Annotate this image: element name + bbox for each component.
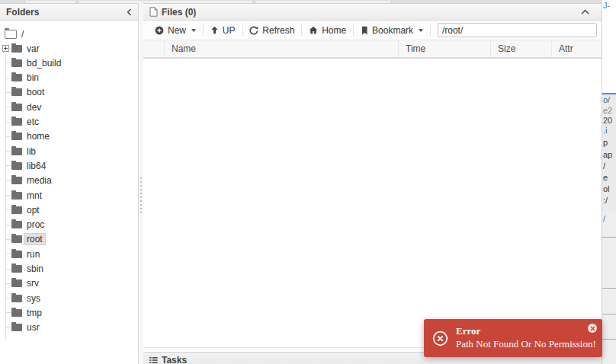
sidebar-item-bin[interactable]: bin (0, 71, 39, 85)
sidebar-item-tmp[interactable]: tmp (0, 305, 42, 320)
file-icon (149, 7, 158, 17)
tree-connector (5, 209, 11, 210)
column-header-attr[interactable]: Attr (551, 40, 602, 57)
clipped-text-fragment: J- (603, 1, 610, 10)
files-toolbar: New UP Refresh (143, 21, 602, 40)
plus-circle-icon (155, 26, 164, 35)
tree-connector (5, 254, 11, 254)
folder-label: bd_build (27, 58, 61, 69)
files-list-empty-area[interactable] (143, 59, 602, 348)
clipped-text-fragment: 20 (603, 116, 612, 125)
home-button-label: Home (322, 25, 346, 36)
folder-icon (11, 133, 22, 140)
chevron-left-icon (127, 8, 132, 16)
tree-connector (5, 62, 11, 63)
sidebar-item-opt[interactable]: opt (0, 203, 40, 217)
folder-label: lib (27, 146, 36, 157)
folder-label: home (27, 131, 50, 142)
refresh-button-label: Refresh (262, 25, 294, 36)
folder-icon (11, 295, 22, 302)
toast-title: Error (456, 325, 480, 337)
new-button[interactable]: New (148, 23, 203, 38)
tree-root-label: / (21, 29, 24, 40)
sidebar-item-root-slash[interactable]: / (0, 27, 24, 41)
files-table-header: NameTimeSizeAttr (143, 40, 602, 59)
arrow-up-icon (210, 26, 219, 34)
column-header-time[interactable]: Time (398, 40, 490, 57)
error-toast: Error Path Not Found Or No Permission! (424, 319, 602, 357)
folder-icon (11, 45, 22, 53)
folder-label: boot (27, 87, 44, 97)
tree-connector (5, 239, 11, 240)
folders-panel-header: Folders (0, 3, 138, 21)
sidebar-item-mnt[interactable]: mnt (0, 188, 42, 203)
clipped-text-fragment: :/ (603, 196, 608, 205)
folder-icon (11, 177, 22, 184)
sidebar-item-root[interactable]: root (0, 232, 45, 247)
folder-label: run (27, 249, 40, 260)
clipped-text-fragment: / (603, 161, 605, 171)
bookmark-button-label: Bookmark (372, 25, 413, 36)
column-header-name[interactable]: Name (164, 40, 398, 57)
sidebar-item-sbin[interactable]: sbin (0, 262, 43, 276)
tree-connector (5, 283, 11, 284)
files-title: Files (0) (162, 7, 196, 18)
sidebar-item-lib64[interactable]: lib64 (0, 158, 46, 173)
clipped-text-fragment: o/ (603, 95, 610, 104)
tree-connector (5, 151, 11, 152)
toast-close-button[interactable] (588, 324, 597, 333)
folder-icon (11, 74, 22, 81)
files-panel-header: Files (0) (143, 3, 602, 21)
sidebar-item-run[interactable]: run (0, 247, 40, 261)
sidebar-item-srv[interactable]: srv (0, 276, 39, 291)
chevron-up-icon (581, 9, 589, 14)
folder-label: srv (27, 278, 39, 289)
folder-label: root (24, 234, 45, 244)
folder-label: mnt (27, 190, 42, 201)
sidebar-item-var[interactable]: var (0, 41, 40, 56)
folder-icon (11, 162, 22, 170)
sidebar-item-proc[interactable]: proc (0, 218, 44, 232)
up-button[interactable]: UP (204, 23, 242, 38)
new-button-label: New (168, 25, 186, 36)
collapse-files-panel-button[interactable] (581, 9, 589, 14)
folder-icon (11, 235, 22, 243)
error-circle-x-icon (432, 330, 448, 346)
up-button-label: UP (223, 25, 236, 36)
tree-connector (5, 136, 11, 137)
folder-label: sys (27, 293, 40, 304)
sidebar-item-lib[interactable]: lib (0, 144, 36, 158)
tree-connector (5, 78, 11, 78)
tree-connector (5, 298, 11, 299)
collapse-sidebar-button[interactable] (127, 8, 132, 16)
sidebar-item-sys[interactable]: sys (0, 291, 40, 305)
expand-plus-icon[interactable] (2, 45, 9, 52)
folder-label: etc (27, 117, 39, 127)
home-button[interactable]: Home (302, 23, 353, 38)
refresh-icon (249, 26, 258, 35)
path-input[interactable] (438, 23, 597, 37)
clipped-text-fragment: e (603, 173, 608, 182)
sidebar-item-home[interactable]: home (0, 129, 50, 144)
sidebar-item-usr[interactable]: usr (0, 321, 40, 335)
folder-icon (11, 118, 22, 126)
close-icon (590, 326, 595, 331)
sidebar-item-dev[interactable]: dev (0, 100, 41, 114)
column-header-select[interactable] (143, 40, 164, 57)
tree-connector (5, 92, 11, 93)
folder-label: bin (27, 72, 39, 83)
tree-connector (5, 122, 11, 123)
folder-icon (11, 88, 22, 96)
folder-icon (11, 104, 22, 111)
refresh-button[interactable]: Refresh (242, 23, 301, 38)
sidebar-item-etc[interactable]: etc (0, 115, 39, 129)
column-header-size[interactable]: Size (490, 40, 551, 57)
folder-open-icon (5, 30, 17, 39)
sidebar-item-boot[interactable]: boot (0, 85, 44, 100)
sidebar-item-bd_build[interactable]: bd_build (0, 56, 61, 70)
background-page-sliver: J-o/e220.ipap/eol:// (602, 0, 616, 364)
sidebar-item-media[interactable]: media (0, 174, 52, 188)
task-list-icon (149, 356, 158, 364)
bookmark-button[interactable]: Bookmark (354, 23, 430, 38)
folder-icon (11, 148, 22, 155)
